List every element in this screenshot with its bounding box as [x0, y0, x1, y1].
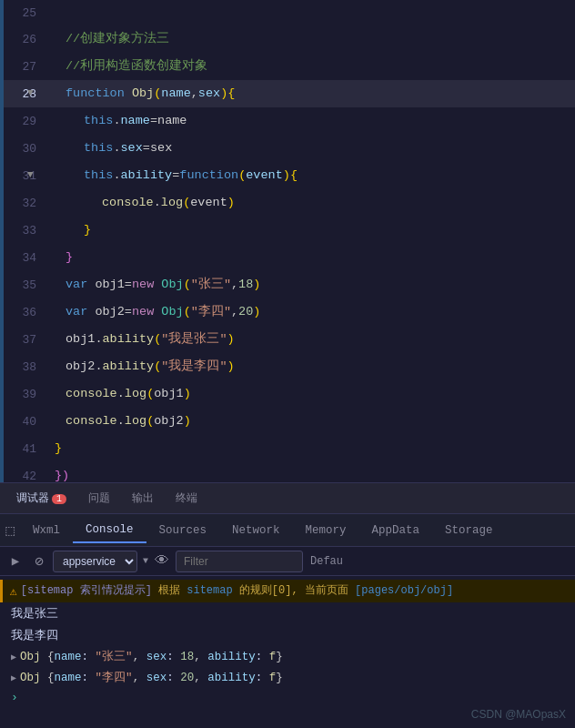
code-line-39: 39 console.log(obj1): [0, 380, 575, 408]
code-line-32: 32 console.log(event): [0, 189, 575, 217]
service-selector[interactable]: appservice: [53, 551, 137, 572]
execute-button[interactable]: ▶: [5, 551, 25, 571]
console-toolbar: ▶ ⊘ appservice ▼ 👁 Defau: [0, 547, 575, 576]
tab-appdata[interactable]: AppData: [359, 519, 433, 542]
code-line-41: 41 }: [0, 435, 575, 462]
devtools-top-tabs: 调试器1 问题 输出 终端: [0, 483, 575, 514]
tab-network[interactable]: Network: [219, 519, 293, 542]
code-line-31: 31 ▼ this.ability=function(event){: [0, 162, 575, 189]
code-line-38: 38 obj2.ability("我是李四"): [0, 353, 575, 380]
obj1-text: Obj {name: "张三", sex: 18, ability: f}: [20, 649, 283, 664]
obj1-expand-icon[interactable]: ▶: [11, 652, 16, 662]
console-obj-1: ▶ Obj {name: "张三", sex: 18, ability: f}: [0, 646, 575, 667]
code-line-37: 37 obj1.ability("我是张三"): [0, 326, 575, 353]
tab-memory[interactable]: Memory: [293, 519, 359, 542]
console-log-zhangsan: 我是张三: [0, 602, 575, 624]
code-line-26: 26 //创建对象方法三: [0, 25, 575, 53]
code-line-29: 29 this.name=name: [0, 107, 575, 135]
code-line-42: 42 }): [0, 462, 575, 482]
tab-issues[interactable]: 问题: [79, 487, 119, 510]
console-warning-sitemap: ⚠ [sitemap 索引情况提示] 根据 sitemap 的规则[0], 当前…: [0, 580, 575, 602]
console-output: ⚠ [sitemap 索引情况提示] 根据 sitemap 的规则[0], 当前…: [0, 576, 575, 728]
tab-storage[interactable]: Storage: [432, 519, 506, 542]
console-input-line: ›: [0, 688, 575, 707]
warning-icon: ⚠: [10, 584, 17, 599]
watermark: CSDN @MAOpasX: [471, 708, 566, 721]
code-line-25: 25: [0, 0, 575, 25]
code-line-28: 28 ▼ function Obj(name,sex){: [0, 80, 575, 107]
console-prompt: ›: [11, 691, 18, 704]
warning-text: [sitemap 索引情况提示] 根据 sitemap 的规则[0], 当前页面…: [21, 583, 453, 599]
obj2-text: Obj {name: "李四", sex: 20, ability: f}: [20, 670, 283, 685]
code-line-36: 36 var obj2=new Obj("李四",20): [0, 298, 575, 326]
default-label: Defau: [310, 555, 343, 568]
log-text-zhangsan: 我是张三: [11, 605, 58, 622]
inspect-button[interactable]: ⬚: [0, 521, 20, 541]
tab-wxml[interactable]: Wxml: [20, 519, 73, 542]
debugger-badge: 1: [52, 494, 66, 504]
filter-input[interactable]: [176, 551, 303, 572]
code-line-33: 33 }: [0, 217, 575, 244]
code-line-30: 30 this.sex=sex: [0, 135, 575, 162]
code-line-27: 27 //利用构造函数创建对象: [0, 53, 575, 80]
code-line-40: 40 console.log(obj2): [0, 408, 575, 435]
tab-output[interactable]: 输出: [123, 487, 163, 510]
console-obj-2: ▶ Obj {name: "李四", sex: 20, ability: f}: [0, 667, 575, 688]
log-text-lisi: 我是李四: [11, 627, 58, 643]
tab-debugger[interactable]: 调试器1: [7, 487, 76, 510]
devtools-panel: 调试器1 问题 输出 终端 ⬚ Wxml Console Sources Net…: [0, 482, 575, 728]
eye-button[interactable]: 👁: [152, 551, 172, 571]
console-log-lisi: 我是李四: [0, 624, 575, 646]
tab-console[interactable]: Console: [73, 518, 146, 543]
clear-button[interactable]: ⊘: [29, 551, 49, 571]
selector-arrow-icon: ▼: [143, 556, 148, 566]
obj2-expand-icon[interactable]: ▶: [11, 672, 16, 683]
code-line-35: 35 var obj1=new Obj("张三",18): [0, 271, 575, 298]
code-editor: 25 26 //创建对象方法三 27 //利用构造函数创建对象 28 ▼ fun…: [0, 0, 575, 482]
console-tabs: ⬚ Wxml Console Sources Network Memory Ap…: [0, 514, 575, 547]
code-line-34: 34 }: [0, 244, 575, 271]
tab-sources[interactable]: Sources: [146, 519, 220, 542]
tab-terminal[interactable]: 终端: [166, 487, 207, 510]
